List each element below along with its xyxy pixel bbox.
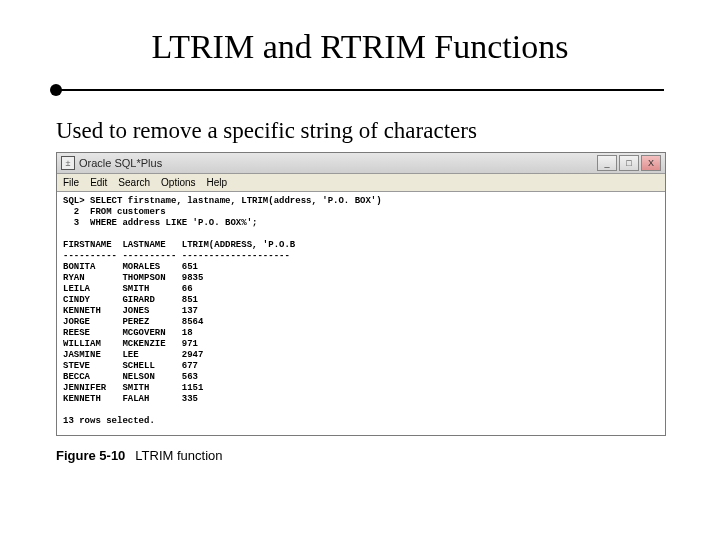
slide-title: LTRIM and RTRIM Functions (0, 28, 720, 66)
close-button[interactable]: X (641, 155, 661, 171)
menu-search[interactable]: Search (118, 177, 150, 188)
slide-body-text: Used to remove a specific string of char… (56, 118, 664, 144)
terminal-output: SQL> SELECT firstname, lastname, LTRIM(a… (57, 192, 665, 435)
menu-file[interactable]: File (63, 177, 79, 188)
menu-edit[interactable]: Edit (90, 177, 107, 188)
app-icon: ± (61, 156, 75, 170)
rule-line (56, 89, 664, 91)
figure-label: Figure 5-10 (56, 448, 125, 463)
sqlplus-window: ± Oracle SQL*Plus _ □ X File Edit Search… (56, 152, 666, 436)
title-rule (56, 84, 664, 100)
window-title: Oracle SQL*Plus (79, 157, 162, 169)
slide: LTRIM and RTRIM Functions Used to remove… (0, 28, 720, 540)
figure-caption: Figure 5-10LTRIM function (56, 448, 664, 463)
menu-options[interactable]: Options (161, 177, 195, 188)
figure-text: LTRIM function (135, 448, 222, 463)
maximize-button[interactable]: □ (619, 155, 639, 171)
window-titlebar: ± Oracle SQL*Plus _ □ X (57, 153, 665, 174)
window-menubar: File Edit Search Options Help (57, 174, 665, 192)
minimize-button[interactable]: _ (597, 155, 617, 171)
menu-help[interactable]: Help (207, 177, 228, 188)
